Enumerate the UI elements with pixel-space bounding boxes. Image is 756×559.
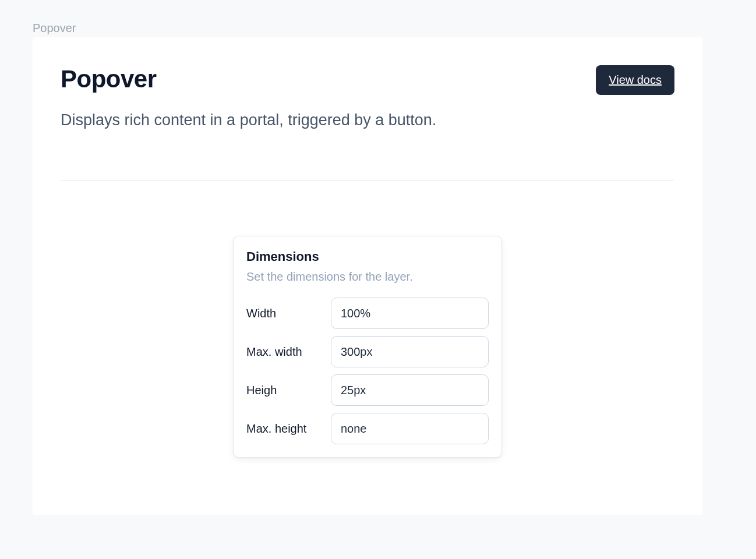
popover-title: Dimensions <box>246 249 489 264</box>
view-docs-button[interactable]: View docs <box>596 65 674 95</box>
max-height-input[interactable] <box>331 413 489 444</box>
max-width-input[interactable] <box>331 336 489 367</box>
page-card: Popover View docs Displays rich content … <box>33 37 702 515</box>
popover-description: Set the dimensions for the layer. <box>246 270 489 284</box>
field-label-max-height: Max. height <box>246 422 331 436</box>
width-input[interactable] <box>331 298 489 329</box>
demo-area: Dimensions Set the dimensions for the la… <box>33 181 702 458</box>
page-title: Popover <box>61 65 157 93</box>
page-header: Popover View docs <box>33 37 702 95</box>
field-label-max-width: Max. width <box>246 345 331 359</box>
height-input[interactable] <box>331 374 489 406</box>
breadcrumb: Popover <box>33 22 76 35</box>
popover-fields: Width Max. width Heigh Max. height <box>246 298 489 444</box>
field-label-height: Heigh <box>246 384 331 397</box>
field-label-width: Width <box>246 307 331 320</box>
popover-panel: Dimensions Set the dimensions for the la… <box>233 236 502 458</box>
page-description: Displays rich content in a portal, trigg… <box>33 95 702 129</box>
